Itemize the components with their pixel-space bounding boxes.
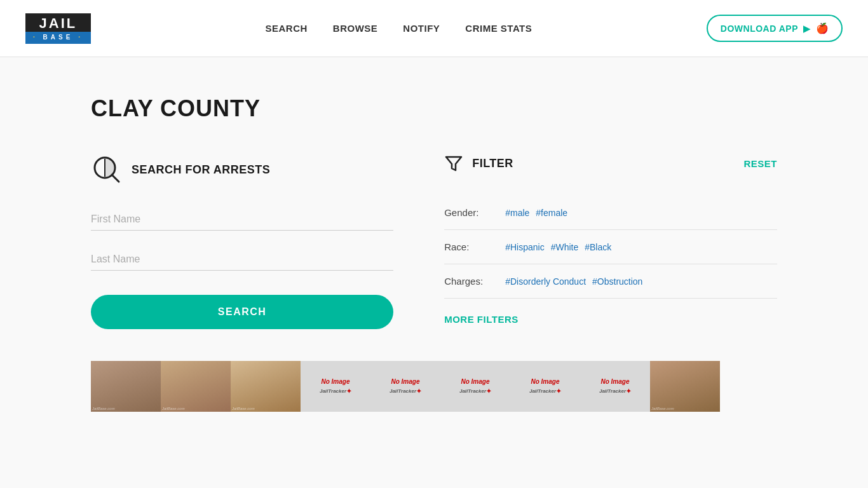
tag-male[interactable]: #male xyxy=(505,208,529,218)
svg-line-2 xyxy=(112,175,119,182)
mugshot-card-placeholder[interactable]: No Image JailTracker ✦ xyxy=(440,361,510,412)
search-button[interactable]: SEARCH xyxy=(91,295,393,329)
race-filter-row: Race: #Hispanic #White #Black xyxy=(444,230,777,264)
no-image-label: No Image xyxy=(531,378,559,385)
race-label: Race: xyxy=(444,241,495,252)
charges-tags: #Disorderly Conduct #Obstruction xyxy=(505,276,642,287)
last-name-group xyxy=(91,248,393,271)
tag-disorderly-conduct[interactable]: #Disorderly Conduct xyxy=(505,276,586,287)
apple-icon: 🍎 xyxy=(816,22,829,34)
download-app-button[interactable]: DOWNLOAD APP ▶ 🍎 xyxy=(707,15,843,42)
jailtracker-label: JailTracker ✦ xyxy=(529,388,561,395)
last-name-input[interactable] xyxy=(91,248,393,271)
main-nav: SEARCH BROWSE NOTIFY CRIME STATS xyxy=(265,23,532,34)
search-column: SEARCH FOR ARRESTS SEARCH xyxy=(91,154,393,329)
gender-tags: #male #female xyxy=(505,208,567,218)
jailtracker-label: JailTracker ✦ xyxy=(320,388,351,395)
logo-base-word: BASE xyxy=(43,34,74,41)
charges-label: Charges: xyxy=(444,276,495,287)
reset-button[interactable]: RESET xyxy=(743,158,777,169)
jailtracker-label: JailTracker ✦ xyxy=(459,388,491,395)
mugshot-card-placeholder[interactable]: No Image JailTracker ✦ xyxy=(301,361,370,412)
mugshot-card[interactable]: JailBase.com xyxy=(91,361,161,412)
tag-obstruction[interactable]: #Obstruction xyxy=(592,276,642,287)
logo-dot-left: · xyxy=(33,34,38,41)
nav-browse[interactable]: BROWSE xyxy=(333,23,378,34)
logo[interactable]: JAIL · BASE · xyxy=(25,13,91,44)
tag-female[interactable]: #female xyxy=(536,208,567,218)
no-image-label: No Image xyxy=(461,378,489,385)
tag-white[interactable]: #White xyxy=(551,242,579,252)
logo-jail-text: JAIL xyxy=(25,13,91,32)
mugshot-card-placeholder[interactable]: No Image JailTracker ✦ xyxy=(580,361,650,412)
search-section-header: SEARCH FOR ARRESTS xyxy=(91,154,393,186)
gender-label: Gender: xyxy=(444,207,495,218)
mugshot-card-placeholder[interactable]: No Image JailTracker ✦ xyxy=(370,361,440,412)
race-tags: #Hispanic #White #Black xyxy=(505,242,611,252)
download-btn-label: DOWNLOAD APP xyxy=(721,24,798,34)
no-image-label: No Image xyxy=(600,378,629,385)
filter-section-header: FILTER RESET xyxy=(444,154,777,173)
mugshots-strip: JailBase.com JailBase.com JailBase.com N… xyxy=(91,361,777,412)
search-section-title: SEARCH FOR ARRESTS xyxy=(132,163,270,177)
first-name-input[interactable] xyxy=(91,208,393,231)
jailtracker-label: JailTracker ✦ xyxy=(599,388,631,395)
filter-funnel-icon xyxy=(444,154,463,173)
logo-container[interactable]: JAIL · BASE · xyxy=(25,13,91,44)
page-title: CLAY COUNTY xyxy=(91,95,777,122)
svg-marker-3 xyxy=(446,157,461,170)
header: JAIL · BASE · SEARCH BROWSE NOTIFY CRIME… xyxy=(0,0,868,57)
filter-section-title: FILTER xyxy=(472,157,513,170)
mugshot-card[interactable]: JailBase.com xyxy=(650,361,720,412)
mugshot-card[interactable]: JailBase.com xyxy=(161,361,231,412)
mugshot-card-placeholder[interactable]: No Image JailTracker ✦ xyxy=(510,361,580,412)
gender-filter-row: Gender: #male #female xyxy=(444,196,777,230)
filter-column: FILTER RESET Gender: #male #female Race:… xyxy=(444,154,777,325)
first-name-group xyxy=(91,208,393,231)
jailtracker-label: JailTracker ✦ xyxy=(390,388,421,395)
no-image-label: No Image xyxy=(391,378,419,385)
main-content: CLAY COUNTY SEARCH FOR ARRESTS xyxy=(65,57,803,437)
nav-notify[interactable]: NOTIFY xyxy=(403,23,440,34)
mugshot-card[interactable]: JailBase.com xyxy=(231,361,301,412)
logo-dot-right: · xyxy=(78,34,83,41)
filter-header-left: FILTER xyxy=(444,154,513,173)
nav-crime-stats[interactable]: CRIME STATS xyxy=(465,23,532,34)
two-column-layout: SEARCH FOR ARRESTS SEARCH FILTER R xyxy=(91,154,777,329)
charges-filter-row: Charges: #Disorderly Conduct #Obstructio… xyxy=(444,264,777,299)
nav-search[interactable]: SEARCH xyxy=(265,23,307,34)
search-magnifier-icon xyxy=(91,154,123,186)
play-icon: ▶ xyxy=(803,24,811,34)
tag-black[interactable]: #Black xyxy=(585,242,611,252)
logo-base-text: · BASE · xyxy=(25,32,91,44)
tag-hispanic[interactable]: #Hispanic xyxy=(505,242,544,252)
no-image-label: No Image xyxy=(321,378,349,385)
more-filters-button[interactable]: MORE FILTERS xyxy=(444,314,519,325)
